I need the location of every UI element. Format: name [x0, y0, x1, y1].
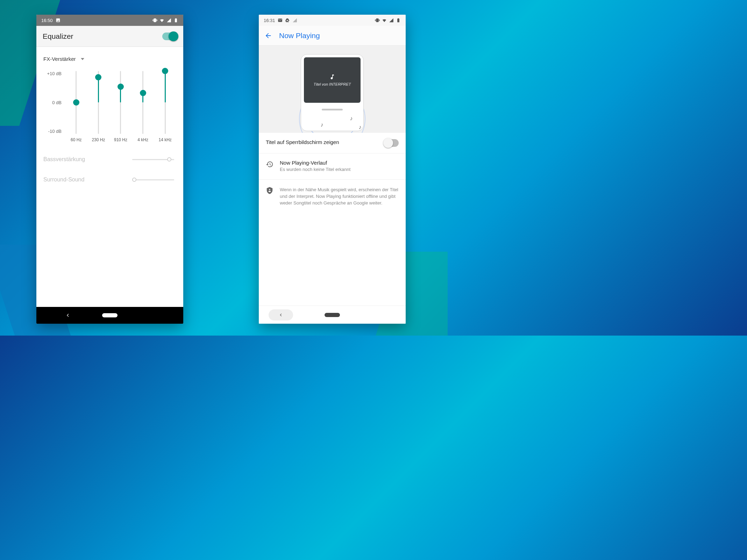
gmail-icon	[278, 18, 283, 23]
battery-icon	[396, 18, 401, 23]
y-label: +10 dB	[43, 71, 62, 76]
chevron-left-icon	[278, 313, 283, 317]
back-arrow-icon[interactable]	[264, 32, 272, 40]
eq-band-slider[interactable]	[91, 71, 105, 134]
eq-band-slider[interactable]	[69, 71, 83, 134]
preset-dropdown[interactable]: FX-Verstärker	[43, 53, 176, 69]
vibrate-icon	[375, 18, 380, 23]
nav-back-button[interactable]	[269, 309, 293, 321]
phone-equalizer: 16:50 Equalizer FX-Verstärker +10 dB 0 d…	[36, 15, 183, 324]
app-bar: Now Playing	[259, 26, 406, 45]
preset-label: FX-Verstärker	[43, 56, 76, 62]
music-note-icon: ♪	[320, 122, 323, 128]
hero-track-line: Titel von INTERPRET	[314, 82, 351, 86]
equalizer-sliders: +10 dB 0 dB -10 dB	[43, 71, 176, 134]
signal-small-icon	[292, 18, 297, 23]
surround-row: Surround-Sound	[43, 177, 176, 183]
band-freq-label: 230 Hz	[89, 137, 108, 142]
band-freq-label: 4 kHz	[134, 137, 152, 142]
equalizer-toggle[interactable]	[162, 33, 177, 40]
shield-icon	[266, 187, 273, 194]
wifi-icon	[382, 18, 387, 23]
music-note-icon: ♪	[350, 115, 353, 122]
chevron-down-icon	[81, 58, 84, 60]
surround-label: Surround-Sound	[43, 177, 84, 183]
eq-band-slider[interactable]	[136, 71, 150, 134]
band-freq-label: 60 Hz	[67, 137, 86, 142]
page-title: Now Playing	[279, 31, 320, 40]
status-time: 16:50	[41, 18, 53, 23]
status-time: 16:31	[264, 18, 275, 23]
signal-icon	[389, 18, 394, 23]
signal-icon	[166, 18, 171, 23]
band-freq-label: 910 Hz	[111, 137, 130, 142]
wifi-icon	[159, 18, 164, 23]
bass-boost-label: Bassverstärkung	[43, 156, 85, 163]
bass-boost-slider	[132, 159, 174, 160]
lock-screen-toggle[interactable]	[384, 139, 399, 147]
phone-now-playing: 16:31 Now Playing Titel von INTERPRET ♪ …	[259, 15, 406, 324]
history-subtitle: Es wurden noch keine Titel erkannt	[280, 166, 399, 173]
drive-icon	[285, 18, 290, 23]
status-bar: 16:50	[36, 15, 183, 26]
info-row: Wenn in der Nähe Musik gespielt wird, er…	[259, 180, 406, 213]
nav-home-pill[interactable]	[325, 313, 340, 317]
nav-bar	[36, 307, 183, 324]
y-label: 0 dB	[43, 100, 62, 105]
music-note-icon: ♪	[359, 124, 362, 130]
page-title: Equalizer	[43, 32, 73, 41]
surround-slider	[132, 179, 174, 180]
lock-screen-toggle-row[interactable]: Titel auf Sperrbildschirm zeigen	[259, 133, 406, 153]
nav-back-icon[interactable]	[65, 313, 71, 318]
history-row[interactable]: Now Playing-Verlauf Es wurden noch keine…	[259, 153, 406, 180]
image-icon	[56, 18, 61, 23]
app-bar: Equalizer	[36, 26, 183, 47]
history-icon	[266, 160, 273, 168]
nav-bar	[259, 306, 406, 324]
music-note-icon	[329, 74, 335, 80]
battery-icon	[173, 18, 178, 23]
vibrate-icon	[152, 18, 157, 23]
nav-home-pill[interactable]	[102, 313, 118, 317]
bass-boost-row: Bassverstärkung	[43, 156, 176, 163]
eq-band-slider[interactable]	[114, 71, 128, 134]
info-text: Wenn in der Nähe Musik gespielt wird, er…	[280, 187, 399, 207]
y-label: -10 dB	[43, 129, 62, 134]
history-title: Now Playing-Verlauf	[280, 160, 399, 166]
lock-toggle-label: Titel auf Sperrbildschirm zeigen	[266, 139, 378, 145]
hero-illustration: Titel von INTERPRET ♪ ♪ ♪	[259, 45, 406, 133]
eq-band-slider[interactable]	[158, 71, 172, 134]
status-bar: 16:31	[259, 15, 406, 26]
band-freq-label: 14 kHz	[156, 137, 175, 142]
